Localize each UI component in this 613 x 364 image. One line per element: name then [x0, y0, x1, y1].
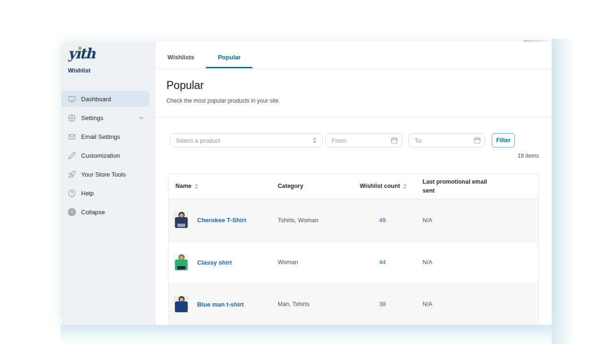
select-updown-icon: [312, 137, 317, 144]
product-select-placeholder: Select a product: [176, 137, 220, 144]
bottom-edge-glow: [60, 325, 552, 346]
plugin-name: Wishlist: [68, 67, 91, 74]
popular-products-table: Name Category Wishlist count: [168, 173, 539, 325]
column-header-name[interactable]: Name: [169, 182, 278, 191]
page-subtitle: Check the most popular products in your …: [166, 97, 280, 104]
sidebar-item-your-store-tools[interactable]: Your Store Tools: [61, 166, 149, 182]
product-link[interactable]: Classy shirt: [197, 259, 232, 266]
sidebar-item-label: Dashboard: [81, 96, 111, 103]
sort-icon: [403, 184, 407, 189]
last-email-cell: N/A: [422, 217, 538, 224]
sidebar-item-label: Your Store Tools: [81, 171, 126, 178]
sidebar-item-customization[interactable]: Customization: [61, 147, 149, 163]
page-background: yith Wishlist Dashboard Settings: [0, 0, 613, 364]
wishlist-count-link[interactable]: 38: [379, 301, 386, 307]
wishlist-count-link[interactable]: 49: [379, 217, 386, 224]
last-email-cell: N/A: [422, 259, 538, 266]
app-window: yith Wishlist Dashboard Settings: [61, 41, 552, 325]
table-row: Blue man t-shirt Man, Tshirts 38 N/A: [169, 283, 538, 325]
pen-icon: [68, 152, 76, 160]
tab-bar: Wishlists Popular: [156, 46, 552, 69]
product-thumbnail: [174, 254, 189, 271]
sidebar-item-collapse[interactable]: Collapse: [61, 204, 149, 220]
envelope-icon: [68, 133, 76, 141]
sidebar-item-label: Email Settings: [81, 133, 120, 140]
column-header-category: Category: [278, 182, 360, 191]
filter-button[interactable]: Filter: [492, 133, 515, 147]
chevron-down-icon: [138, 115, 144, 121]
sidebar-item-label: Help: [81, 190, 94, 197]
monitor-icon: [68, 95, 76, 103]
filter-bar: Select a product: [156, 133, 552, 147]
product-thumbnail: [174, 211, 189, 229]
table-header-row: Name Category Wishlist count: [169, 174, 538, 199]
column-header-last-promotional-email-sent: Last promotional email sent: [422, 178, 538, 195]
page-header: Popular Check the most popular products …: [166, 79, 280, 104]
sidebar-item-help[interactable]: Help: [61, 185, 149, 201]
section-divider: [156, 117, 552, 117]
rocket-icon: [68, 170, 76, 178]
page-title: Popular: [166, 79, 280, 92]
right-edge-glow: [552, 39, 574, 344]
category-cell: Woman: [278, 259, 360, 266]
category-cell: Tshirts, Woman: [278, 217, 360, 224]
gear-icon: [68, 114, 76, 122]
date-to-field: [408, 133, 485, 147]
sidebar-item-label: Settings: [81, 114, 103, 121]
last-email-cell: N/A: [422, 301, 538, 307]
sort-icon: [194, 184, 199, 189]
tab-wishlists[interactable]: Wishlists: [156, 46, 206, 68]
collapse-arrow-icon: [68, 208, 76, 216]
category-cell: Man, Tshirts: [278, 301, 360, 307]
sidebar-item-label: Customization: [81, 152, 120, 159]
date-from-input[interactable]: [325, 133, 402, 147]
question-circle-icon: [68, 189, 76, 197]
product-link[interactable]: Blue man t-shirt: [197, 301, 244, 308]
product-link[interactable]: Cherokee T-Shirt: [197, 217, 246, 224]
sidebar-item-settings[interactable]: Settings: [61, 110, 149, 126]
sidebar-item-email-settings[interactable]: Email Settings: [61, 129, 149, 145]
column-header-wishlist-count[interactable]: Wishlist count: [360, 182, 422, 191]
wishlist-count-link[interactable]: 44: [379, 259, 386, 266]
sidebar-item-dashboard[interactable]: Dashboard: [61, 91, 149, 107]
product-select[interactable]: Select a product: [170, 133, 323, 147]
tab-popular[interactable]: Popular: [206, 46, 252, 68]
date-to-input[interactable]: [408, 133, 485, 147]
sidebar-item-label: Collapse: [81, 209, 105, 216]
table-row: Cherokee T-Shirt Tshirts, Woman 49 N/A: [169, 199, 538, 241]
sidebar: yith Wishlist Dashboard Settings: [61, 41, 156, 325]
items-count: 19 items: [518, 153, 539, 159]
product-thumbnail: [174, 296, 189, 313]
main-content: Wishlists Popular Popular Check the most…: [156, 46, 552, 325]
table-row: Classy shirt Woman 44 N/A: [169, 241, 538, 283]
sidebar-menu: Dashboard Settings Email Settings: [61, 91, 156, 223]
yith-logo: yith: [68, 45, 95, 62]
date-from-field: [325, 133, 402, 147]
logo-green-dot-icon: [78, 47, 82, 50]
